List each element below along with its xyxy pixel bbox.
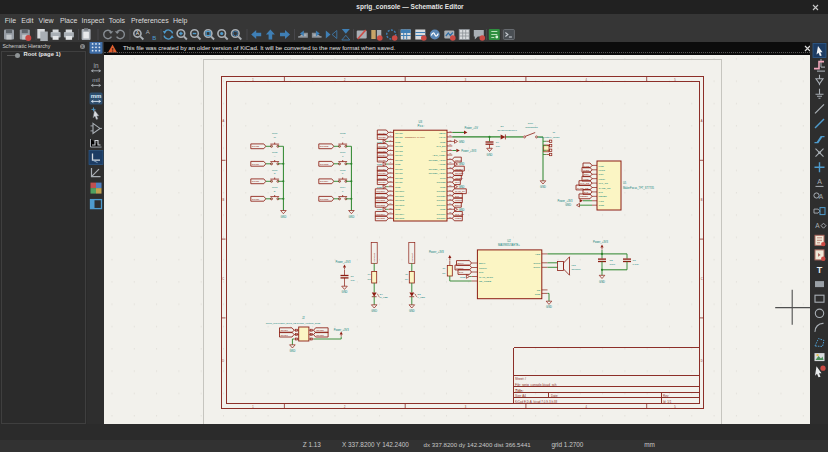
svg-text:SW1: SW1	[272, 132, 278, 135]
svg-text:DIN: DIN	[479, 271, 484, 274]
svg-text:GPIO9: GPIO9	[378, 181, 386, 184]
svg-text:GND: GND	[409, 309, 415, 313]
svg-text:17: 17	[389, 202, 391, 204]
svg-text:GPIO7: GPIO7	[252, 180, 260, 183]
svg-text:GND: GND	[565, 203, 571, 207]
svg-text:1uF: 1uF	[351, 279, 356, 282]
svg-text:LRCLK: LRCLK	[456, 267, 464, 270]
svg-text:30: 30	[449, 175, 451, 177]
svg-text:A: A	[701, 119, 703, 123]
svg-text:31: 31	[449, 171, 451, 173]
svg-text:1K: 1K	[442, 267, 445, 270]
svg-text:GPIO0: GPIO0	[378, 132, 386, 135]
svg-text:mm: mm	[91, 93, 102, 99]
svg-text:MISO: MISO	[599, 169, 605, 172]
svg-text:GPIO12: GPIO12	[320, 145, 329, 148]
svg-text:GPIO12: GPIO12	[395, 199, 405, 202]
svg-text:Power_+3V3: Power_+3V3	[429, 250, 444, 254]
svg-text:28: 28	[449, 184, 451, 186]
svg-text:9: 9	[390, 166, 391, 168]
svg-text:GPIO3: GPIO3	[316, 334, 324, 337]
svg-text:1K: 1K	[368, 273, 371, 276]
svg-text:GPIO11: GPIO11	[376, 195, 385, 198]
svg-text:SW6: SW6	[340, 151, 346, 154]
svg-text:24: 24	[449, 202, 451, 204]
svg-text:SW2: SW2	[340, 132, 346, 135]
svg-text:GPIO14: GPIO14	[376, 213, 385, 216]
svg-text:11: 11	[389, 175, 391, 177]
svg-text:GPIO14: GPIO14	[395, 213, 405, 216]
svg-text:CARD_CS: CARD_CS	[599, 187, 611, 190]
svg-text:MISO: MISO	[455, 217, 461, 220]
svg-text:GND: GND	[377, 141, 383, 144]
svg-text:33: 33	[449, 161, 451, 163]
svg-text:29: 29	[449, 180, 451, 182]
svg-text:LRCLK: LRCLK	[479, 267, 487, 270]
svg-text:GPIO10: GPIO10	[376, 190, 385, 193]
svg-text:L_LED: L_LED	[417, 296, 425, 299]
svg-text:12: 12	[389, 180, 391, 182]
svg-text:5: 5	[390, 148, 391, 150]
svg-text:7: 7	[390, 157, 391, 159]
svg-text:A: A	[817, 178, 822, 185]
svg-text:GPIO27: GPIO27	[411, 252, 414, 261]
svg-text:Power_+3V3: Power_+3V3	[558, 199, 573, 203]
svg-text:GPIO27_ADC1: GPIO27_ADC1	[428, 168, 446, 171]
svg-text:4: 4	[390, 143, 391, 145]
svg-text:GPIO5: GPIO5	[378, 159, 386, 162]
svg-text:Rev:: Rev:	[663, 394, 669, 398]
svg-text:GAIN_SLOT: GAIN_SLOT	[479, 276, 494, 279]
svg-text:26: 26	[449, 193, 451, 195]
svg-text:GND: GND	[459, 162, 465, 166]
svg-text:BCLK: BCLK	[455, 204, 462, 207]
svg-text:GPIO5: GPIO5	[395, 159, 403, 162]
svg-text:GPIO8: GPIO8	[378, 177, 386, 180]
svg-text:Power_+3V3: Power_+3V3	[336, 260, 351, 264]
svg-text:GND: GND	[440, 141, 446, 144]
svg-text:8: 8	[390, 161, 391, 163]
svg-text:GPIO8: GPIO8	[395, 177, 403, 180]
svg-text:GPIO2: GPIO2	[378, 145, 386, 148]
svg-text:GPIO13: GPIO13	[320, 163, 329, 166]
svg-text:Id: 1/1: Id: 1/1	[663, 400, 672, 404]
svg-text:A: A	[815, 222, 820, 229]
svg-text:GPIO10: GPIO10	[395, 190, 405, 193]
svg-text:20: 20	[389, 216, 391, 218]
svg-text:Pico: Pico	[418, 124, 424, 128]
svg-text:MakerFocus_TFT_ST7735: MakerFocus_TFT_ST7735	[623, 186, 655, 190]
svg-text:SW3: SW3	[272, 186, 278, 189]
svg-text:B: B	[701, 198, 703, 202]
svg-text:GND: GND	[459, 140, 465, 144]
svg-text:GPIO6: GPIO6	[252, 163, 260, 166]
svg-text:GPIO1: GPIO1	[395, 136, 403, 139]
svg-text:VSYS: VSYS	[439, 136, 446, 139]
svg-text:14: 14	[389, 189, 391, 191]
svg-text:A: A	[222, 119, 224, 123]
svg-text:RESET: RESET	[599, 195, 608, 198]
svg-text:OUTN: OUTN	[533, 262, 540, 265]
svg-text:1K: 1K	[405, 273, 408, 276]
svg-text:GND: GND	[290, 349, 296, 353]
svg-text:GPIO6: GPIO6	[395, 168, 403, 171]
svg-text:GPIO1: GPIO1	[378, 136, 386, 139]
svg-text:R_LED: R_LED	[380, 296, 388, 299]
svg-text:GPIO16: GPIO16	[436, 217, 446, 220]
svg-text:D: D	[274, 190, 276, 193]
svg-text:C: C	[222, 277, 224, 281]
svg-text:TFT_CS: TFT_CS	[455, 213, 464, 216]
svg-text:BCLK: BCLK	[458, 262, 465, 265]
svg-text:SD_MODE: SD_MODE	[479, 280, 492, 283]
svg-text:GPIO21: GPIO21	[436, 190, 446, 193]
svg-text:GPIO4: GPIO4	[378, 154, 386, 157]
svg-text:GPIO18: GPIO18	[436, 204, 446, 207]
svg-text:23: 23	[449, 207, 451, 209]
svg-text:RUN: RUN	[440, 177, 446, 180]
svg-text:GND: GND	[377, 208, 383, 211]
svg-text:GPIO13: GPIO13	[395, 204, 405, 207]
svg-text:RESET: RESET	[455, 177, 464, 180]
svg-text:GPIO2: GPIO2	[395, 145, 403, 148]
svg-text:GND: GND	[540, 185, 546, 189]
svg-text:Size: A4: Size: A4	[515, 394, 526, 398]
svg-text:in: in	[93, 62, 98, 69]
svg-text:3V3: 3V3	[441, 150, 446, 153]
